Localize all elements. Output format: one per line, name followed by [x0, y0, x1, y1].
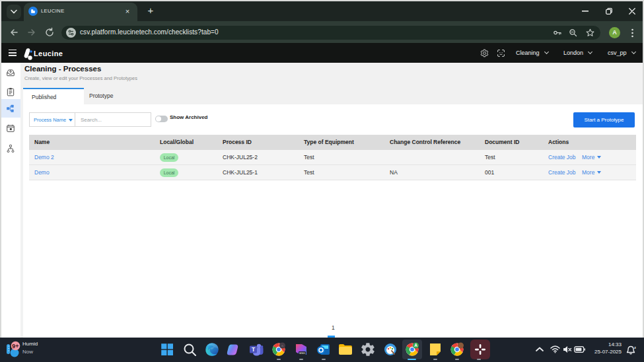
- svg-text:z: z: [634, 345, 636, 349]
- svg-text:M365: M365: [299, 352, 305, 355]
- svg-text:9+: 9+: [12, 343, 18, 349]
- svg-text:T: T: [252, 346, 256, 353]
- svg-text:A: A: [414, 343, 417, 347]
